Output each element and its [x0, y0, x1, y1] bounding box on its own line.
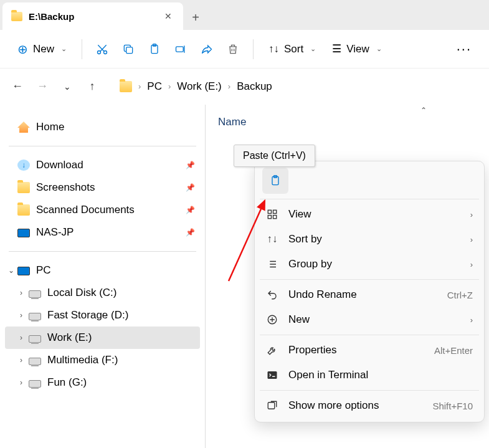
- monitor-icon: [17, 229, 30, 237]
- chevron-down-icon: ⌄: [61, 45, 67, 53]
- context-paste-button[interactable]: [262, 168, 288, 194]
- forward-button[interactable]: →: [31, 75, 54, 98]
- share-button[interactable]: [196, 38, 218, 60]
- sidebar-divider: [9, 251, 196, 252]
- wrench-icon: [266, 344, 278, 356]
- sidebar-drive-d[interactable]: › Fast Storage (D:): [5, 304, 200, 326]
- rename-button[interactable]: [169, 38, 192, 60]
- context-divider: [260, 335, 479, 335]
- svg-rect-5: [176, 46, 184, 51]
- sort-button[interactable]: ↑↓ Sort ⌄: [262, 39, 322, 59]
- view-label: View: [346, 43, 369, 55]
- sidebar-item-label: Screenshots: [36, 181, 95, 194]
- sidebar-quick-scanned[interactable]: Scanned Documents 📌: [5, 199, 200, 221]
- context-view[interactable]: View ›: [259, 202, 480, 227]
- sort-label: Sort: [284, 43, 303, 55]
- column-header-name[interactable]: Name: [206, 105, 489, 135]
- folder-icon: [11, 12, 22, 21]
- context-properties[interactable]: Properties Alt+Enter: [259, 338, 480, 363]
- address-bar[interactable]: › PC › Work (E:) › Backup: [113, 74, 483, 99]
- chevron-right-icon[interactable]: ›: [16, 356, 26, 365]
- cut-button[interactable]: [91, 38, 113, 60]
- svg-point-1: [104, 50, 107, 54]
- paste-button[interactable]: [143, 38, 166, 60]
- chevron-down-icon[interactable]: ⌄: [6, 266, 16, 275]
- pc-icon: [17, 267, 30, 275]
- context-sort-by[interactable]: ↑↓ Sort by ›: [259, 227, 480, 252]
- chevron-right-icon: ›: [470, 210, 473, 219]
- context-undo-label: Undo Rename: [288, 288, 437, 301]
- pin-icon: 📌: [186, 183, 195, 192]
- context-new[interactable]: New ›: [259, 307, 480, 332]
- delete-button[interactable]: [222, 38, 244, 60]
- more-button[interactable]: ···: [450, 41, 478, 57]
- sidebar-pc[interactable]: ⌄ PC: [5, 259, 200, 282]
- sidebar-quick-nas[interactable]: NAS-JP 📌: [5, 221, 200, 244]
- up-button[interactable]: ↑: [81, 75, 103, 98]
- download-icon: [17, 160, 30, 171]
- pin-icon: 📌: [186, 206, 195, 214]
- breadcrumb-folder[interactable]: Backup: [237, 80, 272, 93]
- toolbar-divider: [253, 39, 254, 59]
- sidebar-quick-download[interactable]: Download 📌: [5, 154, 200, 176]
- context-icon-row: [259, 165, 480, 196]
- sidebar-home[interactable]: Home: [5, 116, 200, 138]
- context-view-label: View: [288, 208, 460, 221]
- svg-rect-10: [273, 210, 277, 213]
- drive-icon: [29, 335, 41, 343]
- paste-icon: [269, 174, 282, 187]
- drive-icon: [29, 290, 41, 298]
- context-group-by[interactable]: Group by ›: [259, 252, 480, 277]
- paste-tooltip: Paste (Ctrl+V): [234, 145, 315, 167]
- pc-label: PC: [36, 264, 51, 277]
- chevron-right-icon[interactable]: ›: [16, 288, 26, 297]
- breadcrumb-pc[interactable]: PC: [147, 80, 162, 93]
- sidebar-item-label: Scanned Documents: [36, 204, 135, 216]
- chevron-right-icon: ›: [470, 235, 473, 244]
- grid-icon: [266, 208, 278, 221]
- plus-circle-icon: ⊕: [17, 42, 28, 57]
- breadcrumb-drive[interactable]: Work (E:): [177, 80, 221, 93]
- pin-icon: 📌: [186, 228, 195, 237]
- chevron-right-icon[interactable]: ›: [16, 378, 26, 387]
- sidebar-drive-c[interactable]: › Local Disk (C:): [5, 282, 200, 304]
- sidebar-drive-g[interactable]: › Fun (G:): [5, 371, 200, 394]
- back-button[interactable]: ←: [6, 75, 29, 98]
- chevron-down-icon: ⌄: [310, 45, 316, 53]
- sort-caret-icon[interactable]: ⌃: [420, 106, 427, 115]
- sidebar-item-label: Fast Storage (D:): [47, 309, 128, 322]
- close-tab-button[interactable]: ✕: [162, 10, 174, 22]
- sidebar-drive-e[interactable]: › Work (E:): [5, 326, 200, 349]
- context-new-label: New: [288, 313, 460, 326]
- context-divider: [260, 199, 479, 199]
- context-undo[interactable]: Undo Rename Ctrl+Z: [259, 282, 480, 307]
- drive-icon: [29, 358, 41, 365]
- tooltip-text: Paste (Ctrl+V): [243, 150, 306, 161]
- terminal-icon: [266, 369, 278, 381]
- recent-button[interactable]: ⌄: [56, 75, 78, 98]
- new-button[interactable]: ⊕ New ⌄: [11, 38, 73, 60]
- view-button[interactable]: ☰ View ⌄: [326, 39, 388, 59]
- sidebar-drive-f[interactable]: › Multimedia (F:): [5, 349, 200, 371]
- sidebar-item-label: Local Disk (C:): [47, 287, 116, 299]
- view-icon: ☰: [332, 42, 341, 55]
- svg-rect-15: [268, 403, 275, 409]
- toolbar-divider: [82, 39, 82, 59]
- tab-title: E:\Backup: [29, 11, 156, 22]
- new-tab-button[interactable]: +: [183, 5, 208, 30]
- context-menu: View › ↑↓ Sort by › Group by › Undo Rena…: [254, 161, 485, 422]
- copy-button[interactable]: [117, 38, 140, 60]
- svg-rect-14: [268, 371, 277, 379]
- chevron-right-icon: ›: [470, 315, 473, 325]
- chevron-right-icon[interactable]: ›: [16, 311, 26, 320]
- list-icon: [266, 258, 278, 270]
- sidebar-divider: [9, 146, 196, 146]
- chevron-right-icon: ›: [168, 82, 171, 91]
- context-more-options[interactable]: Show more options Shift+F10: [259, 393, 480, 418]
- sidebar-quick-screenshots[interactable]: Screenshots 📌: [5, 176, 200, 199]
- context-divider: [260, 279, 479, 280]
- active-tab[interactable]: E:\Backup ✕: [2, 2, 183, 30]
- context-terminal[interactable]: Open in Terminal: [259, 363, 480, 388]
- chevron-right-icon[interactable]: ›: [16, 333, 26, 342]
- chevron-right-icon: ›: [138, 82, 141, 91]
